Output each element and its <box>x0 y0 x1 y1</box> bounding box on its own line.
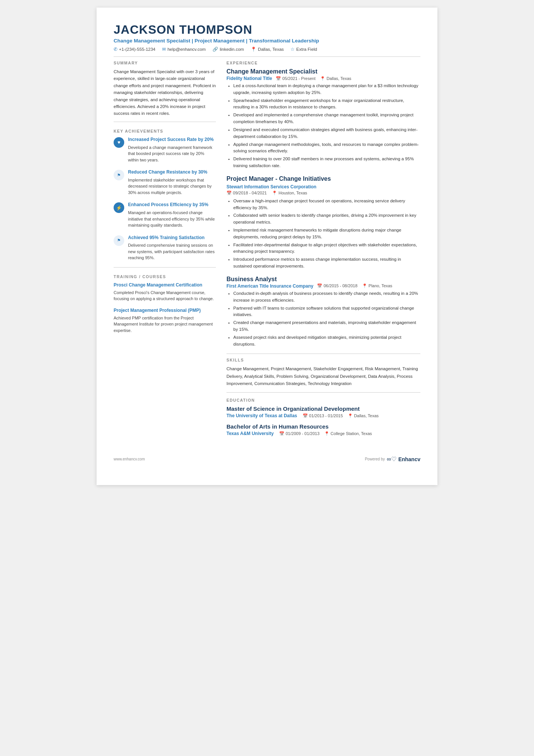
enhancv-icon: ∞♡ <box>387 455 396 463</box>
skills-label: SKILLS <box>226 358 420 362</box>
training-label: TRAINING / COURSES <box>114 274 216 279</box>
education-divider <box>226 392 420 393</box>
contact-location: 📍 Dallas, Texas <box>251 47 284 52</box>
summary-section: SUMMARY Change Management Specialist wit… <box>114 61 216 117</box>
job-company-2: Stewart Information Services Corporation <box>226 184 316 189</box>
edu-meta-row-1: The University of Texas at Dallas 📅 01/2… <box>226 412 420 419</box>
education-label: EDUCATION <box>226 398 420 402</box>
achievement-content-1: Increased Project Success Rate by 20% De… <box>128 136 216 163</box>
achievement-title-1: Increased Project Success Rate by 20% <box>128 136 216 143</box>
job-2-location: 📍 Houston, Texas <box>272 191 307 196</box>
footer-url: www.enhancv.com <box>114 457 145 461</box>
calendar-icon-1: 📅 <box>276 76 281 81</box>
edu-meta-row-2: Texas A&M University 📅 01/2009 - 01/2013… <box>226 430 420 437</box>
edu-degree-2: Bachelor of Arts in Human Resources <box>226 423 420 430</box>
edu-school-1: The University of Texas at Dallas <box>226 413 297 418</box>
achievement-icon-2: ⚑ <box>114 170 124 180</box>
achievement-content-2: Reduced Change Resistance by 30% Impleme… <box>128 169 216 196</box>
candidate-name: JACKSON THOMPSON <box>114 23 420 37</box>
summary-text: Change Management Specialist with over 3… <box>114 68 216 117</box>
linkedin-icon: 🔗 <box>212 47 218 52</box>
bullet-3-1: Conducted in-depth analysis of business … <box>233 290 420 304</box>
job-bullets-1: Led a cross-functional team in deploying… <box>226 83 420 169</box>
achievement-title-3: Enhanced Process Efficiency by 35% <box>128 202 216 208</box>
loc-icon-2: 📍 <box>272 191 277 195</box>
training-section: TRAINING / COURSES Prosci Change Managem… <box>114 274 216 333</box>
bullet-2-1: Oversaw a high-impact change project foc… <box>233 198 420 211</box>
achievement-content-4: Achieved 95% Training Satisfaction Deliv… <box>128 235 216 261</box>
achievement-desc-2: Implemented stakeholder workshops that d… <box>128 177 216 196</box>
header-divider <box>114 56 420 57</box>
achievement-desc-3: Managed an operations-focused change ini… <box>128 210 216 229</box>
skills-divider <box>226 354 420 354</box>
edu-loc-icon-2: 📍 <box>324 431 329 436</box>
training-item-1: Prosci Change Management Certification C… <box>114 282 216 302</box>
contact-extra: ☆ Extra Field <box>290 47 317 52</box>
job-company-3: First American Title Insurance Company <box>226 283 313 289</box>
education-section: EDUCATION Master of Science in Organizat… <box>226 398 420 437</box>
job-2-date: 📅 09/2018 - 04/2021 <box>226 191 267 196</box>
achievement-item-1: ♥ Increased Project Success Rate by 20% … <box>114 136 216 163</box>
email-icon: ✉ <box>162 47 166 52</box>
training-title-1: Prosci Change Management Certification <box>114 282 216 288</box>
header: JACKSON THOMPSON Change Management Speci… <box>114 23 420 52</box>
edu-school-2: Texas A&M University <box>226 431 274 436</box>
edu-date-loc-1: 📅 01/2013 - 01/2015 📍 Dallas, Texas <box>303 413 379 418</box>
training-item-2: Project Management Professional (PMP) Ac… <box>114 307 216 333</box>
right-column: EXPERIENCE Change Management Specialist … <box>226 61 420 441</box>
bullet-3-2: Partnered with IT teams to customize sof… <box>233 305 420 319</box>
skills-text: Change Management, Project Management, S… <box>226 365 420 388</box>
footer-powered: Powered by ∞♡ Enhancv <box>365 455 420 463</box>
edu-date-loc-2: 📅 01/2009 - 01/2013 📍 College Station, T… <box>279 431 372 436</box>
bullet-1-1: Led a cross-functional team in deploying… <box>233 83 420 96</box>
summary-divider <box>114 122 216 122</box>
edu-item-2: Bachelor of Arts in Human Resources Texa… <box>226 423 420 437</box>
edu-loc-icon-1: 📍 <box>348 413 353 418</box>
training-title-2: Project Management Professional (PMP) <box>114 307 216 314</box>
job-company-1: Fidelity National Title <box>226 76 272 81</box>
contact-row: ✆ +1-(234)-555-1234 ✉ help@enhancv.com 🔗… <box>114 47 420 52</box>
edu-cal-icon-1: 📅 <box>303 413 308 418</box>
achievements-label: KEY ACHIEVEMENTS <box>114 129 216 133</box>
job-bullets-2: Oversaw a high-impact change project foc… <box>226 198 420 270</box>
bullet-1-4: Designed and executed communication stra… <box>233 127 420 140</box>
job-3-meta-row: First American Title Insurance Company 📅… <box>226 283 420 289</box>
achievements-section: KEY ACHIEVEMENTS ♥ Increased Project Suc… <box>114 129 216 261</box>
loc-icon-3: 📍 <box>362 283 367 288</box>
achievement-desc-4: Delivered comprehensive training session… <box>128 242 216 261</box>
job-3: Business Analyst First American Title In… <box>226 276 420 348</box>
candidate-tagline: Change Management Specialist | Project M… <box>114 38 420 44</box>
resume-page: JACKSON THOMPSON Change Management Speci… <box>97 8 437 485</box>
bullet-2-2: Collaborated with senior leaders to iden… <box>233 212 420 226</box>
edu-degree-1: Master of Science in Organizational Deve… <box>226 405 420 412</box>
bullet-2-5: Introduced performance metrics to assess… <box>233 256 420 270</box>
extra-icon: ☆ <box>290 47 295 52</box>
job-1-meta-row: Fidelity National Title 📅 05/2021 - Pres… <box>226 76 420 81</box>
achievement-title-2: Reduced Change Resistance by 30% <box>128 169 216 175</box>
bullet-1-6: Delivered training to over 200 staff mem… <box>233 156 420 169</box>
calendar-icon-3: 📅 <box>317 283 322 288</box>
job-2: Project Manager - Change Initiatives Ste… <box>226 175 420 270</box>
achievement-icon-4: ⚑ <box>114 235 124 246</box>
enhancv-brand: Enhancv <box>398 456 420 462</box>
job-1-date-loc: 📅 05/2021 - Present 📍 Dallas, Texas <box>276 76 351 81</box>
bullet-3-4: Assessed project risks and developed mit… <box>233 334 420 348</box>
left-column: SUMMARY Change Management Specialist wit… <box>114 61 216 441</box>
job-title-1: Change Management Specialist <box>226 68 420 75</box>
job-2-company-row: Stewart Information Services Corporation <box>226 183 420 190</box>
job-title-3: Business Analyst <box>226 276 420 283</box>
bullet-2-3: Implemented risk management frameworks t… <box>233 227 420 241</box>
achievement-item-4: ⚑ Achieved 95% Training Satisfaction Del… <box>114 235 216 261</box>
loc-icon-1: 📍 <box>320 76 325 81</box>
edu-cal-icon-2: 📅 <box>279 431 284 436</box>
skills-section: SKILLS Change Management, Project Manage… <box>226 358 420 388</box>
bullet-1-5: Applied change management methodologies,… <box>233 141 420 155</box>
job-1: Change Management Specialist Fidelity Na… <box>226 68 420 169</box>
phone-icon: ✆ <box>114 47 117 52</box>
job-title-2: Project Manager - Change Initiatives <box>226 175 420 182</box>
training-desc-2: Achieved PMP certification from the Proj… <box>114 315 216 334</box>
job-bullets-3: Conducted in-depth analysis of business … <box>226 290 420 348</box>
achievement-icon-3: ⚡ <box>114 202 124 213</box>
edu-item-1: Master of Science in Organizational Deve… <box>226 405 420 419</box>
calendar-icon-2: 📅 <box>226 191 232 195</box>
